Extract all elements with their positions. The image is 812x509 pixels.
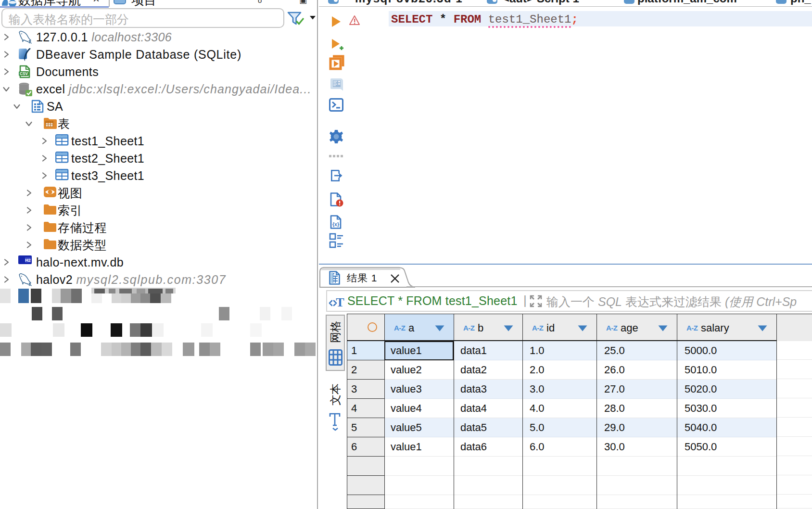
svg-text:T: T: [336, 295, 344, 308]
svg-text:{x}: {x}: [332, 221, 339, 227]
